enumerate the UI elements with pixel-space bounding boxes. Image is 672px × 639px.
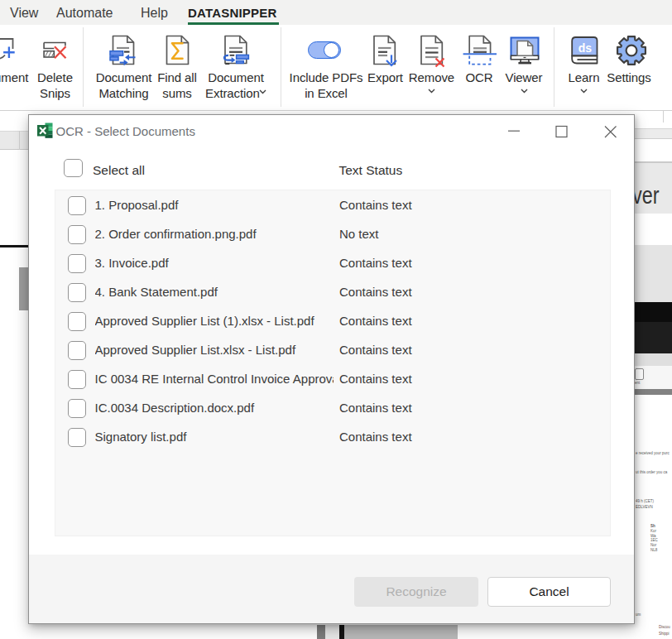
svg-text:ds: ds xyxy=(578,41,593,55)
